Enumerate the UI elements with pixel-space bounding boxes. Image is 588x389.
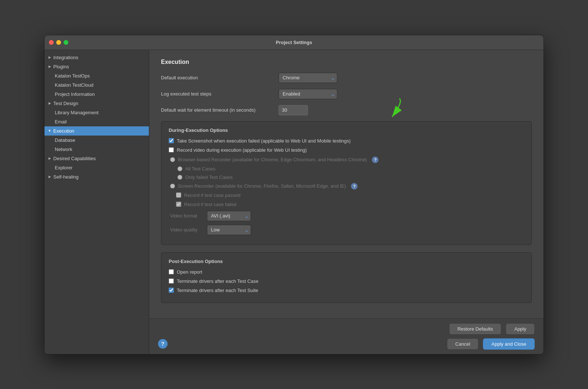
take-screenshot-checkbox[interactable] <box>169 138 174 143</box>
record-passed-label: Record if test case passed <box>184 192 240 198</box>
terminate-suite-checkbox[interactable] <box>169 288 174 293</box>
sidebar-item-label: Plugins <box>53 64 69 69</box>
record-passed-row: Record if test case passed <box>176 192 524 198</box>
cancel-apply-row: ? Cancel Apply and Close <box>158 338 535 350</box>
log-steps-select-wrapper: Enabled Disabled ⌄ <box>279 89 337 99</box>
sidebar-item-database[interactable]: Database <box>44 136 149 145</box>
terminate-suite-label: Terminate drivers after each Test Suite <box>177 288 258 293</box>
default-execution-label: Default execution <box>161 75 279 80</box>
only-failed-radio[interactable] <box>178 175 182 180</box>
sidebar-item-label: Integrations <box>53 55 78 60</box>
video-format-row: Video format AVI (.avi) MP4 (.mp4) ⌄ <box>169 211 524 221</box>
browser-recorder-help-icon[interactable]: ? <box>372 156 379 163</box>
terminate-case-label: Terminate drivers after each Test Case <box>177 278 258 284</box>
record-failed-checkbox[interactable] <box>176 202 181 207</box>
window-body: ▶ Integrations ▶ Plugins Katalon TestOps… <box>44 50 544 354</box>
during-execution-title: During-Execution Options <box>169 127 524 133</box>
help-icon-bottom[interactable]: ? <box>158 339 168 349</box>
sidebar-item-desired-capabilities[interactable]: ▶ Desired Capabilities <box>44 154 149 163</box>
sidebar-item-integrations[interactable]: ▶ Integrations <box>44 53 149 62</box>
during-execution-box: During-Execution Options Take Screenshot… <box>161 121 532 245</box>
record-passed-checkbox[interactable] <box>176 192 181 198</box>
default-execution-row: Default execution Chrome Firefox Edge Sa… <box>161 73 532 83</box>
sidebar-item-plugins[interactable]: ▶ Plugins <box>44 62 149 71</box>
sidebar-item-network[interactable]: Network <box>44 145 149 154</box>
browser-recorder-label: Browser-based Recorder (available for Ch… <box>178 157 367 162</box>
browser-recorder-sub: All Test Cases Only failed Test Cases <box>169 166 524 180</box>
traffic-lights <box>49 40 68 45</box>
sidebar-item-label: Katalon TestCloud <box>55 82 93 88</box>
screen-recorder-radio[interactable] <box>170 184 175 188</box>
terminate-suite-row: Terminate drivers after each Test Suite <box>169 288 524 293</box>
log-steps-select[interactable]: Enabled Disabled <box>279 89 337 99</box>
sidebar-item-library-management[interactable]: Library Management <box>44 108 149 117</box>
apply-close-button[interactable]: Apply and Close <box>483 338 535 350</box>
title-bar: Project Settings <box>44 35 544 50</box>
sidebar-item-label: Desired Capabilities <box>53 156 96 161</box>
screen-recorder-help-icon[interactable]: ? <box>351 183 358 190</box>
bottom-bar: Restore Defaults Apply ? Cancel Apply an… <box>149 318 544 354</box>
open-report-label: Open report <box>177 269 202 275</box>
sidebar-item-label: Project Information <box>55 91 95 97</box>
log-steps-label: Log executed test steps <box>161 91 279 97</box>
sidebar-item-project-information[interactable]: Project Information <box>44 90 149 99</box>
sidebar-item-label: Database <box>55 137 75 143</box>
sidebar-item-label: Test Design <box>53 101 78 106</box>
post-execution-title: Post-Execution Options <box>169 259 524 264</box>
all-test-cases-label: All Test Cases <box>185 166 215 172</box>
sidebar-item-explorer[interactable]: Explorer <box>44 163 149 172</box>
video-format-select-wrapper: AVI (.avi) MP4 (.mp4) ⌄ <box>207 211 251 221</box>
close-button[interactable] <box>49 40 54 45</box>
default-execution-select[interactable]: Chrome Firefox Edge Safari IE <box>279 73 337 83</box>
restore-apply-row: Restore Defaults Apply <box>158 323 535 335</box>
open-report-row: Open report <box>169 269 524 275</box>
video-quality-select[interactable]: Low Medium High <box>207 225 251 235</box>
sidebar-item-self-healing[interactable]: ▶ Self-healing <box>44 172 149 181</box>
sidebar-item-label: Explorer <box>55 165 72 170</box>
take-screenshot-row: Take Screenshot when execution failed (a… <box>169 138 524 144</box>
sidebar-item-label: Execution <box>53 128 74 134</box>
apply-button[interactable]: Apply <box>506 323 535 335</box>
timeout-label: Default wait for element timeout (in sec… <box>161 107 279 113</box>
minimize-button[interactable] <box>56 40 61 45</box>
arrow-icon: ▶ <box>47 174 52 179</box>
record-failed-label: Record if test case failed <box>184 202 236 207</box>
sidebar-item-label: Self-healing <box>53 174 79 180</box>
arrow-icon: ▶ <box>47 101 52 105</box>
sidebar-item-test-design[interactable]: ▶ Test Design <box>44 99 149 108</box>
video-format-select[interactable]: AVI (.avi) MP4 (.mp4) <box>207 211 251 221</box>
sidebar-item-execution[interactable]: ▼ Execution <box>44 126 149 136</box>
timeout-row: Default wait for element timeout (in sec… <box>161 105 532 115</box>
screen-recorder-label: Screen Recorder (available for Chrome, F… <box>178 183 346 189</box>
restore-defaults-button[interactable]: Restore Defaults <box>449 323 502 335</box>
record-video-row: Record video during execution (applicabl… <box>169 147 524 153</box>
sidebar-item-label: Library Management <box>55 110 98 115</box>
main-content: Execution Default execution Chrome Firef… <box>149 50 544 354</box>
take-screenshot-label: Take Screenshot when execution failed (a… <box>177 138 351 144</box>
terminate-case-row: Terminate drivers after each Test Case <box>169 278 524 284</box>
record-video-checkbox[interactable] <box>169 147 174 152</box>
arrow-icon: ▼ <box>47 129 52 133</box>
sidebar: ▶ Integrations ▶ Plugins Katalon TestOps… <box>44 50 149 354</box>
screen-recorder-sub: Record if test case passed Record if tes… <box>169 192 524 207</box>
sidebar-item-katalon-testcloud[interactable]: Katalon TestCloud <box>44 80 149 90</box>
browser-recorder-radio[interactable] <box>170 157 175 162</box>
all-test-cases-radio[interactable] <box>178 166 182 171</box>
only-failed-row: Only failed Test Cases <box>176 174 524 180</box>
sidebar-item-label: Network <box>55 147 72 152</box>
project-settings-window: Project Settings ▶ Integrations ▶ Plugin… <box>44 35 544 354</box>
video-quality-select-wrapper: Low Medium High ⌄ <box>207 225 251 235</box>
log-steps-row: Log executed test steps Enabled Disabled… <box>161 89 532 99</box>
open-report-checkbox[interactable] <box>169 269 174 274</box>
section-title: Execution <box>161 59 532 65</box>
timeout-input[interactable] <box>279 105 308 115</box>
record-video-label: Record video during execution (applicabl… <box>177 147 307 153</box>
terminate-case-checkbox[interactable] <box>169 278 174 284</box>
screen-recorder-inline: Screen Recorder (available for Chrome, F… <box>178 183 358 190</box>
sidebar-item-label: Katalon TestOps <box>55 73 90 79</box>
cancel-button[interactable]: Cancel <box>447 338 478 350</box>
sidebar-item-email[interactable]: Email <box>44 117 149 126</box>
maximize-button[interactable] <box>64 40 68 45</box>
sidebar-item-katalon-testops[interactable]: Katalon TestOps <box>44 71 149 80</box>
window-title: Project Settings <box>276 40 312 45</box>
